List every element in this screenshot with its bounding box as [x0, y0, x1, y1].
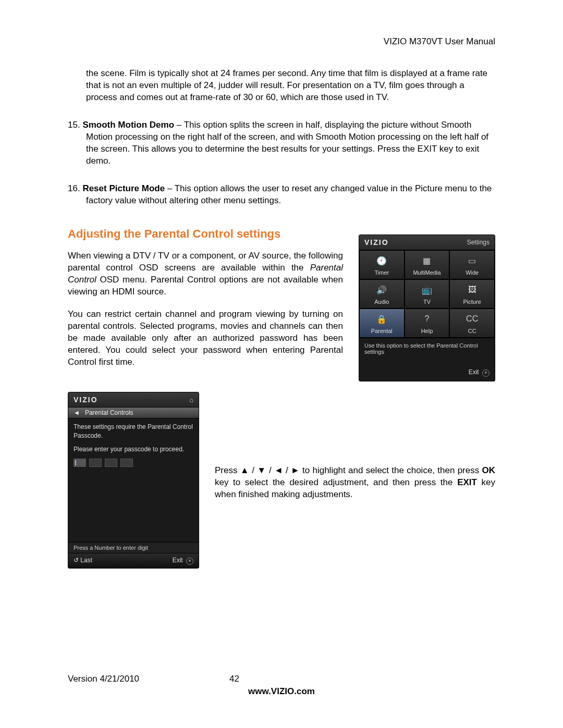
- cell-label: Timer: [360, 269, 404, 276]
- osd-header: VIZIO Settings: [359, 235, 495, 250]
- cell-label: Parental: [360, 328, 404, 334]
- osd-cell-picture[interactable]: 🖼Picture: [449, 279, 495, 309]
- spacer: [74, 477, 193, 540]
- osd-hint: Use this option to select the Parental C…: [359, 338, 495, 366]
- page-footer: Version 4/21/2010 42 www.VIZIO.com: [68, 674, 495, 697]
- cell-label: Help: [405, 328, 449, 334]
- exit-icon: ×: [482, 369, 489, 377]
- cc-icon: CC: [464, 313, 480, 325]
- item-title: Smooth Motion Demo: [82, 120, 174, 130]
- passcode-line1: These settings require the Parental Cont…: [74, 423, 193, 439]
- item-lead: This: [184, 120, 201, 130]
- passcode-osd: VIZIO ⌂ ◄ Parental Controls These settin…: [68, 392, 199, 569]
- para-2: You can restrict certain channel and pro…: [68, 309, 343, 368]
- back-arrow-icon[interactable]: ◄: [74, 409, 80, 416]
- version-text: Version 4/21/2010: [68, 674, 229, 684]
- passcode-digit[interactable]: [120, 459, 133, 467]
- item-dash: –: [174, 120, 184, 130]
- osd-cell-timer[interactable]: 🕘Timer: [359, 250, 405, 279]
- picture-icon: 🖼: [464, 284, 480, 295]
- osd-cell-wide[interactable]: ▭Wide: [449, 250, 495, 279]
- cell-label: MultiMedia: [405, 269, 449, 276]
- intro-continuation: the scene. Film is typically shot at 24 …: [68, 68, 495, 104]
- osd-cell-multimedia[interactable]: ▦MultiMedia: [405, 250, 450, 279]
- instr-c: key to select the desired adjustment, an…: [215, 477, 457, 487]
- osd2-title: Parental Controls: [85, 409, 133, 416]
- cell-label: TV: [405, 299, 449, 305]
- help-icon: ?: [419, 313, 435, 325]
- osd2-hint: Press a Number to enter digit: [68, 542, 199, 553]
- passcode-digit[interactable]: [89, 459, 102, 467]
- exit-label: Exit: [469, 368, 479, 376]
- exit-key: EXIT: [457, 477, 477, 487]
- section-text: When viewing a DTV / TV or a component, …: [68, 250, 343, 378]
- home-icon[interactable]: ⌂: [189, 396, 193, 404]
- instr-a: Press: [215, 465, 240, 475]
- passcode-digit[interactable]: [74, 459, 86, 467]
- cell-label: CC: [450, 328, 494, 334]
- settings-osd: VIZIO Settings 🕘Timer ▦MultiMedia ▭Wide …: [359, 235, 495, 381]
- lock-icon: 🔒: [374, 313, 389, 325]
- osd-grid: 🕘Timer ▦MultiMedia ▭Wide 🔊Audio 📺TV 🖼Pic…: [359, 250, 495, 338]
- item-title: Reset Picture Mode: [82, 183, 165, 193]
- footer-url: www.VIZIO.com: [68, 686, 495, 697]
- osd-cell-parental[interactable]: 🔒Parental: [359, 309, 405, 338]
- audio-icon: 🔊: [374, 284, 389, 295]
- exit-label: Exit: [173, 557, 183, 564]
- item-number: 15.: [68, 120, 80, 130]
- timer-icon: 🕘: [374, 255, 389, 266]
- item-dash: –: [165, 183, 175, 193]
- osd2-header: VIZIO ⌂: [68, 392, 199, 408]
- navigation-instruction: Press ▲ / ▼ / ◄ / ► to highlight and sel…: [215, 392, 495, 501]
- para-1: When viewing a DTV / TV or a component, …: [68, 250, 343, 298]
- osd-cell-audio[interactable]: 🔊Audio: [359, 279, 405, 309]
- tv-icon: 📺: [419, 284, 435, 295]
- last-button[interactable]: Last: [74, 557, 92, 565]
- exit-icon: ×: [186, 558, 193, 565]
- osd2-titlebar: ◄ Parental Controls: [68, 408, 199, 418]
- osd2-body: These settings require the Parental Cont…: [68, 418, 199, 542]
- wide-icon: ▭: [464, 255, 480, 266]
- osd-exit[interactable]: Exit ×: [359, 366, 495, 381]
- manual-page: VIZIO M370VT User Manual the scene. Film…: [0, 0, 563, 728]
- osd-title: Settings: [467, 239, 489, 246]
- cell-label: Audio: [360, 299, 404, 305]
- osd2-footer: Last Exit ×: [68, 553, 199, 568]
- item-number: 16.: [68, 183, 80, 193]
- osd-cell-cc[interactable]: CCCC: [449, 309, 495, 338]
- osd-cell-help[interactable]: ?Help: [405, 309, 450, 338]
- passcode-input[interactable]: [74, 459, 193, 467]
- para1-a: When viewing a DTV / TV or a component, …: [68, 251, 343, 273]
- arrow-keys: ▲ / ▼ / ◄ / ►: [240, 465, 300, 475]
- passcode-line2: Please enter your passcode to proceed.: [74, 445, 193, 453]
- exit-button[interactable]: Exit ×: [173, 557, 193, 565]
- cell-label: Picture: [450, 299, 494, 305]
- ok-key: OK: [482, 465, 496, 475]
- instr-b: to highlight and select the choice, then…: [300, 465, 482, 475]
- osd-cell-tv[interactable]: 📺TV: [405, 279, 450, 309]
- osd-brand: VIZIO: [364, 238, 389, 246]
- cell-label: Wide: [450, 269, 494, 276]
- header-title: VIZIO M370VT User Manual: [68, 36, 495, 47]
- multimedia-icon: ▦: [419, 255, 435, 266]
- page-number: 42: [229, 674, 239, 684]
- list-item-16: 16. Reset Picture Mode – This option all…: [68, 183, 495, 207]
- list-item-15: 15. Smooth Motion Demo – This option spl…: [68, 119, 495, 167]
- osd-brand: VIZIO: [74, 396, 98, 404]
- passcode-digit[interactable]: [105, 459, 117, 467]
- para1-b: OSD menu. Parental Control options are n…: [68, 275, 343, 297]
